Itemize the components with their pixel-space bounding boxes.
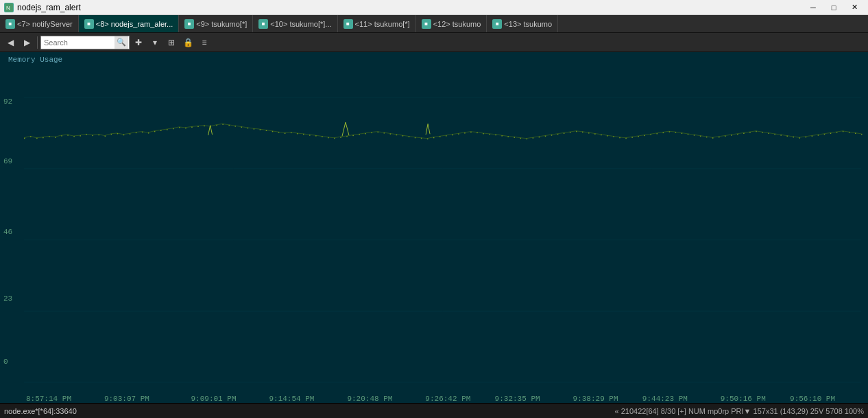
tab-icon-t11: ■ xyxy=(343,19,353,29)
svg-text:N: N xyxy=(6,5,10,11)
x-label-6: 9:32:35 PM xyxy=(495,395,540,403)
y-label-69: 69 xyxy=(3,157,12,165)
x-label-4: 9:20:48 PM xyxy=(347,395,392,403)
titlebar-controls: ─ □ ✕ xyxy=(804,0,864,15)
x-label-1: 9:03:07 PM xyxy=(104,395,149,403)
tab-label-t9: <9> tsukumo[*] xyxy=(196,20,247,28)
tab-label-t11: <11> tsukumo[*] xyxy=(355,20,410,28)
titlebar-title: nodejs_ram_alert xyxy=(17,3,81,12)
restore-button[interactable]: □ xyxy=(824,0,843,15)
search-input[interactable] xyxy=(44,36,112,49)
tab-t10[interactable]: ■ <10> tsukumo[*]... xyxy=(253,15,337,33)
tab-t12[interactable]: ■ <12> tsukumo xyxy=(416,15,487,33)
titlebar: N nodejs_ram_alert ─ □ ✕ xyxy=(0,0,868,15)
x-label-8: 9:44:23 PM xyxy=(642,395,688,403)
main-area: Memory Usage 92 69 46 23 0 8:57:14 PM 9:… xyxy=(0,52,868,403)
tab-label-t13: <13> tsukumo xyxy=(504,20,552,28)
tab-label-t10: <10> tsukumo[*]... xyxy=(270,20,331,28)
x-label-2: 9:09:01 PM xyxy=(191,395,237,403)
tab-t9[interactable]: ■ <9> tsukumo[*] xyxy=(179,15,253,33)
search-box: 🔍 xyxy=(40,36,130,49)
chart-area: Memory Usage 92 69 46 23 0 8:57:14 PM 9:… xyxy=(0,52,868,403)
statusbar-process: node.exe*[*64]:33640 xyxy=(4,407,77,415)
x-label-9: 9:50:16 PM xyxy=(721,395,766,403)
tabbar: ■ <7> notifyServer ■ <8> nodejs_ram_aler… xyxy=(0,15,868,33)
x-label-10: 9:56:10 PM xyxy=(790,395,835,403)
tab-t7[interactable]: ■ <7> notifyServer xyxy=(0,15,79,33)
y-label-23: 23 xyxy=(3,294,12,303)
tab-icon-t10: ■ xyxy=(258,19,268,29)
add-button[interactable]: ✚ xyxy=(131,35,146,50)
tab-t13[interactable]: ■ <13> tsukumo xyxy=(487,15,558,33)
next-tab-button[interactable]: ▶ xyxy=(19,35,34,50)
titlebar-left: N nodejs_ram_alert xyxy=(4,3,81,12)
statusbar-info: « 210422[64] 8/30 [+] NUM mp0rp PRI▼ 157… xyxy=(615,407,864,415)
minimize-button[interactable]: ─ xyxy=(804,0,823,15)
x-label-7: 9:38:29 PM xyxy=(573,395,618,403)
lock-button[interactable]: 🔒 xyxy=(180,35,195,50)
tab-icon-t7: ■ xyxy=(5,19,15,29)
prev-tab-button[interactable]: ◀ xyxy=(3,35,18,50)
menu-button[interactable]: ≡ xyxy=(197,35,212,50)
tab-t11[interactable]: ■ <11> tsukumo[*] xyxy=(338,15,416,33)
y-label-0: 0 xyxy=(3,358,8,366)
statusbar: node.exe*[*64]:33640 « 210422[64] 8/30 [… xyxy=(0,403,868,418)
tab-label-t8: <8> nodejs_ram_aler... xyxy=(96,20,173,28)
toolbar-separator-1 xyxy=(37,36,38,49)
tab-icon-t13: ■ xyxy=(492,19,502,29)
app-icon: N xyxy=(4,3,14,12)
x-label-3: 9:14:54 PM xyxy=(269,395,314,403)
dropdown-button[interactable]: ▾ xyxy=(147,35,162,50)
y-label-92: 92 xyxy=(3,97,12,106)
tab-icon-t12: ■ xyxy=(422,19,431,29)
tab-icon-t9: ■ xyxy=(184,19,194,29)
chart-title: Memory Usage xyxy=(8,56,62,64)
close-button[interactable]: ✕ xyxy=(845,0,864,15)
tab-label-t7: <7> notifyServer xyxy=(17,20,73,28)
tab-t8[interactable]: ■ <8> nodejs_ram_aler... xyxy=(79,15,180,33)
toolbar: ◀ ▶ 🔍 ✚ ▾ ⊞ 🔒 ≡ xyxy=(0,33,868,52)
search-go-button[interactable]: 🔍 xyxy=(114,36,128,49)
x-label-5: 9:26:42 PM xyxy=(425,395,470,403)
tab-icon-t8: ■ xyxy=(84,19,94,29)
x-label-0: 8:57:14 PM xyxy=(26,395,71,403)
grid-button[interactable]: ⊞ xyxy=(164,35,179,50)
y-label-46: 46 xyxy=(3,228,12,236)
tab-label-t12: <12> tsukumo xyxy=(433,20,481,28)
